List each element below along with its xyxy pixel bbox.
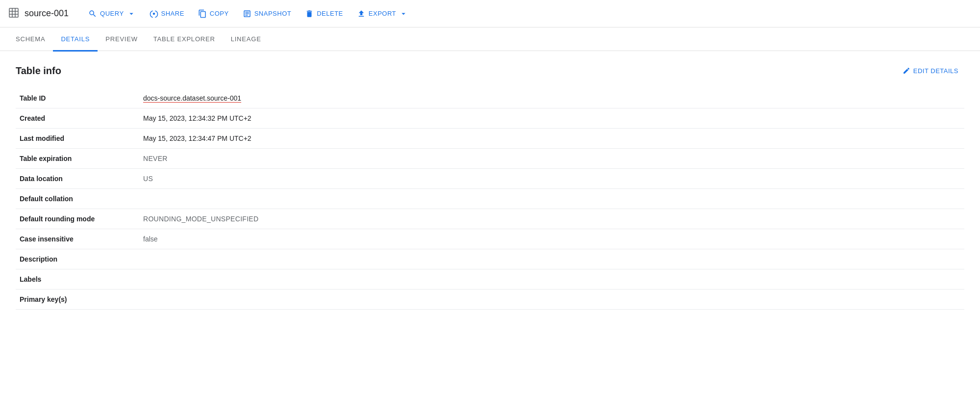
field-value xyxy=(124,189,964,209)
field-label: Last modified xyxy=(16,129,124,149)
edit-icon xyxy=(903,67,910,75)
copy-icon xyxy=(198,9,207,18)
query-button[interactable]: QUERY xyxy=(82,5,142,22)
delete-icon xyxy=(305,9,314,18)
table-row: Primary key(s) xyxy=(16,290,964,310)
tabs-bar: SCHEMA DETAILS PREVIEW TABLE EXPLORER LI… xyxy=(0,27,980,51)
tab-details[interactable]: DETAILS xyxy=(53,28,98,52)
table-row: Table expiration NEVER xyxy=(16,149,964,169)
table-row: Default collation xyxy=(16,189,964,209)
chevron-down-icon xyxy=(399,9,408,18)
table-row: Table ID docs-source.dataset.source-001 xyxy=(16,88,964,108)
field-value: NEVER xyxy=(124,149,964,169)
field-label: Case insensitive xyxy=(16,229,124,249)
table-row: Last modified May 15, 2023, 12:34:47 PM … xyxy=(16,129,964,149)
field-label: Default rounding mode xyxy=(16,209,124,229)
field-value: docs-source.dataset.source-001 xyxy=(124,88,964,108)
field-label: Labels xyxy=(16,269,124,290)
section-title: Table info xyxy=(16,65,61,77)
edit-details-button[interactable]: EDIT DETAILS xyxy=(897,63,964,79)
tab-schema[interactable]: SCHEMA xyxy=(8,28,53,52)
export-icon xyxy=(357,9,366,18)
field-value: false xyxy=(124,229,964,249)
snapshot-button[interactable]: SNAPSHOT xyxy=(237,5,298,22)
tab-table-explorer[interactable]: TABLE EXPLORER xyxy=(146,28,223,52)
tab-preview[interactable]: PREVIEW xyxy=(98,28,146,52)
field-value: US xyxy=(124,169,964,189)
copy-button[interactable]: COPY xyxy=(192,5,235,22)
share-icon xyxy=(150,9,158,18)
field-value: ROUNDING_MODE_UNSPECIFIED xyxy=(124,209,964,229)
table-row: Case insensitive false xyxy=(16,229,964,249)
table-row: Description xyxy=(16,249,964,269)
share-button[interactable]: SHARE xyxy=(144,5,190,22)
table-row: Created May 15, 2023, 12:34:32 PM UTC+2 xyxy=(16,108,964,129)
chevron-down-icon xyxy=(127,9,136,18)
table-info: Table ID docs-source.dataset.source-001 … xyxy=(16,88,964,310)
field-label: Table expiration xyxy=(16,149,124,169)
field-value xyxy=(124,290,964,310)
toolbar-title-area: source-001 xyxy=(8,7,69,20)
field-value: May 15, 2023, 12:34:47 PM UTC+2 xyxy=(124,129,964,149)
field-label: Data location xyxy=(16,169,124,189)
table-row: Data location US xyxy=(16,169,964,189)
page-title: source-001 xyxy=(25,8,69,19)
section-header: Table info EDIT DETAILS xyxy=(16,63,964,79)
tab-lineage[interactable]: LINEAGE xyxy=(223,28,269,52)
field-label: Created xyxy=(16,108,124,129)
table-row: Default rounding mode ROUNDING_MODE_UNSP… xyxy=(16,209,964,229)
search-icon xyxy=(88,9,97,18)
table-grid-icon xyxy=(8,7,20,20)
toolbar: source-001 QUERY SHARE COPY SNAPSHOT xyxy=(0,0,980,27)
delete-button[interactable]: DELETE xyxy=(299,5,349,22)
field-label: Description xyxy=(16,249,124,269)
main-content: Table info EDIT DETAILS Table ID docs-so… xyxy=(0,51,980,321)
field-value: May 15, 2023, 12:34:32 PM UTC+2 xyxy=(124,108,964,129)
field-value xyxy=(124,269,964,290)
table-row: Labels xyxy=(16,269,964,290)
field-value xyxy=(124,249,964,269)
field-label: Default collation xyxy=(16,189,124,209)
snapshot-icon xyxy=(243,9,251,18)
field-label: Table ID xyxy=(16,88,124,108)
svg-rect-0 xyxy=(9,8,18,17)
field-label: Primary key(s) xyxy=(16,290,124,310)
export-button[interactable]: EXPORT xyxy=(351,5,414,22)
